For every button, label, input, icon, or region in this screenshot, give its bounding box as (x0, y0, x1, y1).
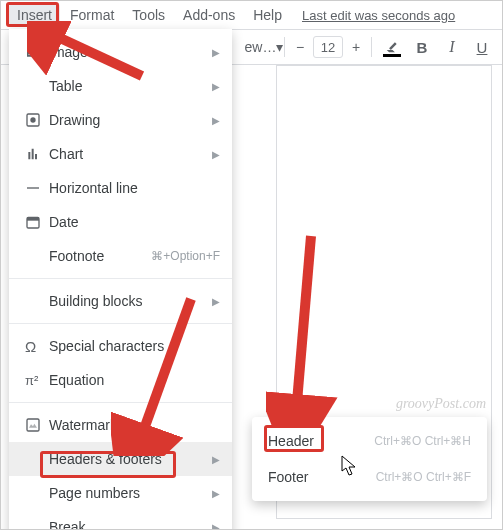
menu-item-page-numbers[interactable]: Page numbers ▶ (9, 476, 232, 510)
menu-item-building-blocks[interactable]: Building blocks ▶ (9, 284, 232, 318)
menu-item-special-characters[interactable]: Ω Special characters (9, 329, 232, 363)
italic-button[interactable]: I (438, 33, 466, 61)
toolbar-separator (284, 37, 285, 57)
submenu-item-footer[interactable]: Footer Ctrl+⌘O Ctrl+⌘F (252, 459, 487, 495)
mouse-cursor-icon (341, 455, 359, 480)
chevron-right-icon: ▶ (212, 81, 220, 92)
menu-item-break[interactable]: Break ▶ (9, 510, 232, 530)
menu-item-equation[interactable]: π² Equation (9, 363, 232, 397)
watermark-label: groovyPost.com (396, 396, 486, 412)
last-edit-label[interactable]: Last edit was seconds ago (302, 8, 455, 23)
style-dropdown[interactable]: ew… ▾ (250, 33, 278, 61)
font-size-control[interactable]: − 12 + (291, 36, 365, 58)
menu-bar: Insert Format Tools Add-ons Help Last ed… (1, 1, 502, 29)
chevron-right-icon: ▶ (212, 115, 220, 126)
insert-menu-dropdown: Image ▶ Table ▶ Drawing ▶ Chart ▶ Horizo… (9, 29, 232, 530)
menu-item-table[interactable]: Table ▶ (9, 69, 232, 103)
chevron-right-icon: ▶ (212, 296, 220, 307)
bold-button[interactable]: B (408, 33, 436, 61)
highlight-color-button[interactable] (378, 33, 406, 61)
pi-icon: π² (25, 373, 49, 388)
menu-item-date[interactable]: Date (9, 205, 232, 239)
menu-item-watermark[interactable]: Watermark (9, 408, 232, 442)
toolbar-separator (371, 37, 372, 57)
menu-item-image[interactable]: Image ▶ (9, 35, 232, 69)
submenu-item-header[interactable]: Header Ctrl+⌘O Ctrl+⌘H (252, 423, 487, 459)
chevron-right-icon: ▶ (212, 488, 220, 499)
menu-help[interactable]: Help (245, 3, 290, 27)
drawing-icon (25, 112, 49, 128)
menu-item-headers-footers[interactable]: Headers & footers ▶ (9, 442, 232, 476)
menu-tools[interactable]: Tools (124, 3, 173, 27)
font-size-minus[interactable]: − (291, 39, 309, 55)
svg-rect-2 (27, 187, 39, 188)
svg-rect-5 (27, 419, 39, 431)
menu-format[interactable]: Format (62, 3, 122, 27)
menu-item-chart[interactable]: Chart ▶ (9, 137, 232, 171)
chevron-right-icon: ▶ (212, 149, 220, 160)
highlight-icon (385, 40, 399, 54)
omega-icon: Ω (25, 338, 49, 355)
menu-item-drawing[interactable]: Drawing ▶ (9, 103, 232, 137)
font-size-value[interactable]: 12 (313, 36, 343, 58)
underline-button[interactable]: U (468, 33, 496, 61)
menu-separator (9, 278, 232, 279)
menu-insert[interactable]: Insert (9, 3, 60, 27)
svg-point-1 (30, 117, 35, 122)
menu-separator (9, 402, 232, 403)
image-icon (25, 44, 49, 60)
font-size-plus[interactable]: + (347, 39, 365, 55)
line-icon (25, 180, 49, 196)
chart-icon (25, 146, 49, 162)
menu-separator (9, 323, 232, 324)
menu-item-footnote[interactable]: Footnote ⌘+Option+F (9, 239, 232, 273)
menu-addons[interactable]: Add-ons (175, 3, 243, 27)
chevron-right-icon: ▶ (212, 454, 220, 465)
chevron-right-icon: ▶ (212, 522, 220, 531)
chevron-right-icon: ▶ (212, 47, 220, 58)
menu-item-horizontal-line[interactable]: Horizontal line (9, 171, 232, 205)
watermark-icon (25, 417, 49, 433)
headers-footers-submenu: Header Ctrl+⌘O Ctrl+⌘H Footer Ctrl+⌘O Ct… (252, 417, 487, 501)
svg-rect-4 (27, 217, 39, 220)
date-icon (25, 214, 49, 230)
